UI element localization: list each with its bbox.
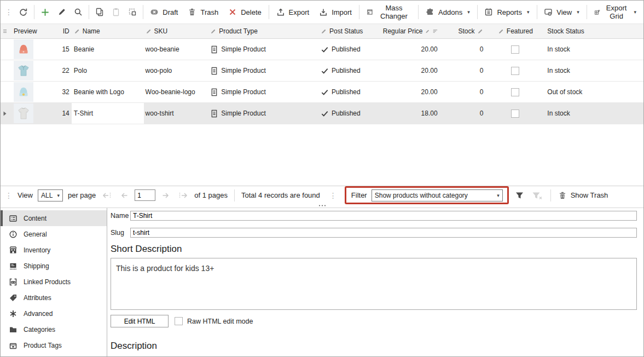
reports-button[interactable]: Reports▾ (479, 5, 534, 19)
column-header-name[interactable]: Name (72, 24, 144, 38)
export-button[interactable]: Export (271, 5, 315, 19)
export-grid-button[interactable]: Export Grid▾ (589, 1, 642, 23)
advanced-asterisk-icon (9, 309, 18, 318)
horizontal-splitter[interactable] (1, 204, 643, 208)
cell-sku: woo-beanie (144, 39, 207, 60)
cell-stock: 0 (443, 103, 492, 124)
filter-selected-value: Show products without category (375, 192, 468, 199)
description-heading: Description (111, 341, 637, 352)
sidebar-item-linked-products[interactable]: Linked Products (1, 274, 107, 290)
per-page-label: per page (68, 191, 96, 199)
column-header-id[interactable]: ID (53, 24, 72, 38)
document-icon (210, 88, 218, 96)
raw-html-checkbox[interactable] (175, 317, 183, 325)
sidebar-item-attributes[interactable]: Attributes (1, 290, 107, 306)
name-field[interactable] (130, 211, 637, 221)
plus-icon (40, 8, 50, 17)
grid-body: 15 Beanie woo-beanie Simple Product Publ… (1, 39, 643, 186)
editable-pencil-icon (210, 28, 216, 34)
featured-checkbox[interactable] (511, 67, 519, 75)
show-trash-label: Show Trash (571, 191, 608, 199)
cell-id: 22 (53, 60, 72, 81)
column-header-stock-status[interactable]: Stock Status (538, 24, 643, 38)
sidebar-item-general[interactable]: General (1, 226, 107, 242)
paste-special-button[interactable] (124, 5, 141, 19)
pager-bar: ⋮ View ALL▾ per page of 1 pages Total 4 … (1, 186, 643, 204)
chevron-down-icon: ▾ (577, 9, 579, 15)
view-button[interactable]: View▾ (539, 5, 584, 19)
filter-dropdown[interactable]: Show products without category▾ (372, 189, 503, 201)
column-header-product-type[interactable]: Product Type (207, 24, 317, 38)
filter-drag-handle[interactable]: ⋮ (327, 191, 339, 200)
search-button[interactable] (70, 5, 86, 19)
per-page-dropdown[interactable]: ALL▾ (38, 189, 63, 201)
delete-button[interactable]: Delete (223, 5, 266, 19)
edit-button[interactable] (54, 5, 70, 19)
apply-filter-button[interactable] (512, 189, 527, 201)
edit-html-button[interactable]: Edit HTML (111, 315, 169, 327)
toolbar-drag-handle[interactable]: ⋮ (3, 8, 15, 16)
addons-button[interactable]: Addons▾ (421, 5, 475, 19)
short-description-editor[interactable]: This is a product for kids 13+ (111, 258, 637, 310)
trash-button[interactable]: Trash (183, 5, 223, 19)
previous-page-button[interactable] (118, 191, 131, 200)
product-thumbnail-t-shirt (14, 103, 33, 123)
mass-changer-button[interactable]: Mass Changer (362, 1, 416, 23)
product-thumbnail-beanie-with-logo (14, 82, 33, 102)
next-page-button[interactable] (159, 191, 172, 200)
import-button[interactable]: Import (314, 5, 357, 19)
paste-button[interactable] (108, 5, 124, 19)
chevron-down-icon: ▾ (467, 9, 470, 15)
cell-post-status: Published (332, 110, 361, 117)
featured-checkbox[interactable] (511, 110, 519, 118)
cell-name: Beanie with Logo (72, 82, 144, 102)
cell-name: Beanie (72, 39, 144, 60)
column-header-preview[interactable]: Preview (9, 24, 53, 38)
cell-stock-status: In stock (538, 103, 643, 124)
sidebar-item-shipping[interactable]: Shipping (1, 258, 107, 274)
column-header-stock[interactable]: Stock (443, 24, 492, 38)
column-header-sku[interactable]: SKU (144, 24, 207, 38)
refresh-button[interactable] (15, 5, 32, 20)
pager-drag-handle[interactable]: ⋮ (3, 191, 15, 200)
slug-field[interactable] (130, 228, 637, 238)
addons-puzzle-icon (426, 8, 434, 16)
clear-filter-icon (532, 191, 543, 200)
sidebar-item-categories[interactable]: Categories (1, 321, 107, 337)
mass-changer-icon (367, 8, 373, 16)
toolbar-separator (89, 5, 89, 19)
copy-button[interactable] (91, 5, 108, 19)
cell-post-status: Published (332, 88, 361, 96)
clear-filter-button[interactable] (529, 189, 546, 201)
table-row-selected[interactable]: 14 T-Shirt woo-tshirt Simple Product Pub… (1, 103, 643, 124)
show-trash-button[interactable]: Show Trash (555, 189, 612, 202)
import-icon (319, 8, 328, 16)
table-row[interactable]: 15 Beanie woo-beanie Simple Product Publ… (1, 39, 643, 60)
column-header-featured[interactable]: Featured (492, 24, 538, 38)
cell-id: 15 (53, 39, 72, 60)
sidebar-item-product-tags[interactable]: Product Tags (1, 337, 107, 353)
export-grid-label: Export Grid (604, 4, 629, 20)
column-header-regular-price[interactable]: Regular Price (383, 24, 443, 38)
sidebar-item-content[interactable]: Content (1, 210, 107, 226)
add-button[interactable] (37, 5, 54, 20)
view-icon (544, 8, 553, 16)
first-page-button[interactable] (100, 191, 114, 200)
sidebar-item-advanced[interactable]: Advanced (1, 306, 107, 321)
delete-label: Delete (241, 8, 262, 16)
table-row[interactable]: 32 Beanie with Logo Woo-beanie-logo Simp… (1, 82, 643, 103)
toolbar-separator (477, 5, 478, 19)
featured-checkbox[interactable] (511, 45, 519, 54)
toolbar-separator (418, 5, 419, 19)
last-page-button[interactable] (176, 191, 190, 200)
page-number-input[interactable] (135, 189, 155, 201)
featured-checkbox[interactable] (511, 88, 519, 96)
sidebar-item-inventory[interactable]: Inventory (1, 242, 107, 258)
draft-button[interactable]: Draft (145, 5, 183, 19)
detail-sidebar: Content General Inventory Shipping Linke… (1, 208, 107, 356)
table-row[interactable]: 22 Polo woo-polo Simple Product Publishe… (1, 60, 643, 82)
cell-name-focused[interactable]: T-Shirt (72, 103, 144, 124)
column-header-post-status[interactable]: Post Status (317, 24, 383, 38)
editable-pencil-icon (146, 28, 152, 34)
trash-label: Trash (200, 8, 218, 16)
